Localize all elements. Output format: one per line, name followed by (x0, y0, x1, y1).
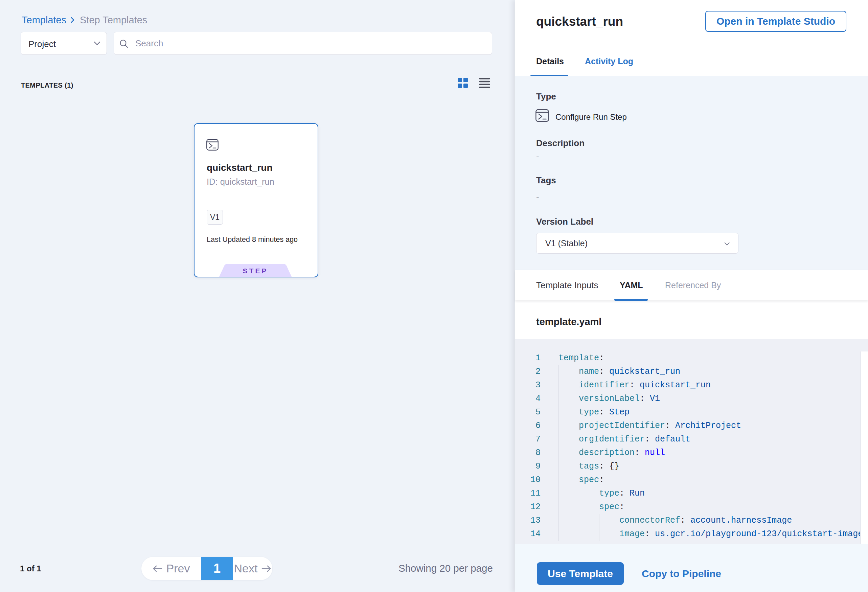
svg-text:STEP: STEP (243, 267, 268, 275)
